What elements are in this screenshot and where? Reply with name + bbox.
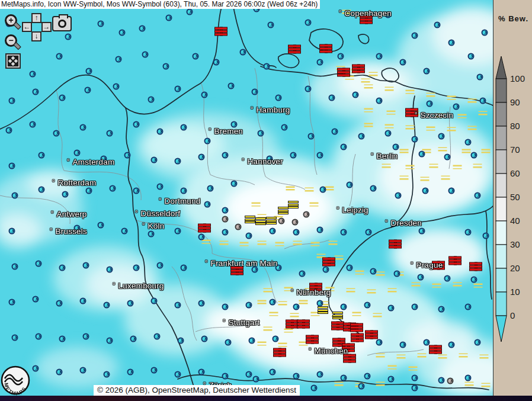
weather-symbol-gray	[447, 378, 454, 384]
city-label: °Köln	[142, 222, 164, 230]
weather-symbol-dot	[53, 130, 60, 137]
weather-symbol-dot	[270, 299, 276, 306]
weather-symbol-dot	[121, 228, 128, 235]
weather-symbol-fog	[351, 334, 363, 342]
colorbar-tick-label: 80	[510, 121, 520, 131]
weather-symbol-dot	[293, 229, 300, 236]
weather-symbol-dot	[317, 152, 323, 159]
weather-symbol-mist	[361, 79, 370, 83]
weather-symbol-dot	[465, 229, 472, 236]
weather-symbol-dot	[83, 333, 89, 340]
copyright-bar[interactable]: © 2026 (AGB), OpenStreetMap, Deutscher W…	[94, 385, 300, 396]
weather-symbol-dot	[139, 25, 146, 32]
weather-symbol-mist	[400, 176, 409, 180]
weather-symbol-mist	[385, 87, 394, 91]
weather-symbol-dot	[127, 300, 134, 307]
city-label: °Amsterdam	[67, 158, 114, 166]
weather-symbol-mist3	[333, 312, 342, 319]
weather-symbol-mist	[367, 290, 376, 294]
weather-symbol-mist	[364, 85, 373, 89]
weather-symbol-mist	[264, 327, 273, 331]
weather-symbol-dot	[166, 15, 172, 21]
metmaps-weather-app: °Copenhagen°Hamburg°Bremen°Hannover°Amst…	[0, 0, 532, 401]
weather-symbol-mist	[317, 254, 326, 258]
colorbar-segment	[496, 221, 507, 245]
city-label: °Copenhagen	[339, 9, 392, 18]
weather-symbol-dot	[83, 262, 89, 269]
weather-symbol-dot	[434, 22, 441, 28]
weather-symbol-mist	[252, 203, 261, 207]
weather-symbol-dot	[329, 95, 335, 101]
weather-symbol-dot	[80, 367, 86, 374]
weather-symbol-dot	[39, 187, 45, 193]
weather-symbol-dot	[12, 264, 18, 270]
weather-symbol-dot	[293, 373, 300, 380]
weather-symbol-dot	[222, 304, 229, 310]
weather-symbol-dot	[438, 133, 445, 140]
weather-symbol-dot	[133, 265, 140, 271]
weather-symbol-mist	[400, 149, 409, 153]
weather-symbol-mist	[275, 242, 284, 246]
weather-symbol-dot	[175, 86, 181, 92]
weather-symbol-dot	[222, 207, 229, 214]
weather-symbol-dot	[9, 163, 15, 169]
cities-layer: °Copenhagen°Hamburg°Bremen°Hannover°Amst…	[0, 0, 493, 396]
weather-symbol-mist	[310, 203, 319, 207]
weather-symbol-dot	[471, 277, 477, 283]
weather-symbol-mist	[406, 165, 415, 169]
pan-down-button[interactable]: ↓	[31, 31, 41, 41]
weather-symbol-dot	[305, 86, 312, 92]
weather-symbol-dot	[133, 188, 140, 194]
weather-symbol-dot	[482, 30, 488, 36]
screenshot-button[interactable]	[52, 16, 72, 31]
zoom-in-button[interactable]: +	[5, 14, 17, 27]
weather-symbol-dot	[317, 300, 323, 307]
metmaps-logo[interactable]: METMAPS	[0, 365, 31, 396]
weather-symbol-dot	[448, 40, 455, 46]
city-label: °Berlin	[371, 152, 398, 161]
weather-symbol-dot	[151, 367, 158, 374]
weather-symbol-mist	[278, 301, 287, 306]
weather-symbol-fog	[351, 324, 363, 332]
pan-right-button[interactable]: →	[41, 22, 52, 32]
weather-symbol-mist	[364, 123, 373, 127]
city-label: °Stuttgart	[223, 318, 259, 327]
weather-symbol-dot	[36, 261, 42, 267]
colorbar-tick-label: 40	[510, 216, 520, 226]
weather-symbol-dot	[154, 333, 161, 340]
weather-symbol-dot	[9, 299, 15, 306]
colorbar-tick-label: 70	[510, 145, 520, 155]
pan-up-button[interactable]: ↑	[31, 13, 41, 23]
weather-symbol-mist	[364, 108, 373, 113]
weather-symbol-dot	[33, 296, 39, 303]
weather-symbol-dot	[198, 300, 205, 307]
weather-symbol-dot	[444, 154, 451, 161]
legend-panel: % Bew. 1009080706050403020100	[493, 0, 532, 396]
weather-symbol-mist	[418, 354, 427, 358]
weather-symbol-dot	[157, 262, 164, 269]
weather-symbol-mist	[438, 355, 447, 359]
weather-symbol-dot	[12, 193, 18, 199]
title-bar: MetMaps.info, Icon WW-Symbol, Mos WW-Sym…	[0, 0, 320, 9]
weather-symbol-dot	[127, 369, 134, 376]
pan-left-button[interactable]: ←	[22, 22, 32, 32]
weather-symbol-fog	[338, 69, 350, 76]
weather-symbol-dot	[258, 130, 264, 137]
weather-symbol-dot	[270, 228, 276, 235]
weather-map[interactable]: °Copenhagen°Hamburg°Bremen°Hannover°Amst…	[0, 0, 493, 396]
weather-symbol-mist	[406, 126, 415, 130]
weather-symbol-dot	[453, 104, 460, 110]
zoom-out-button[interactable]: −	[5, 34, 17, 47]
weather-symbol-dot	[400, 342, 406, 348]
weather-symbol-mist3	[256, 217, 265, 224]
weather-symbol-dot	[80, 124, 86, 131]
weather-symbol-dot	[116, 56, 122, 63]
weather-symbol-mist	[264, 288, 273, 293]
weather-symbol-dot	[311, 385, 318, 392]
minus-icon: −	[8, 36, 13, 45]
fullscreen-button[interactable]	[5, 53, 21, 69]
weather-symbol-mist	[441, 176, 450, 180]
weather-symbol-dot	[347, 182, 353, 188]
weather-symbol-mist	[480, 355, 489, 359]
weather-symbol-dot	[268, 22, 274, 28]
